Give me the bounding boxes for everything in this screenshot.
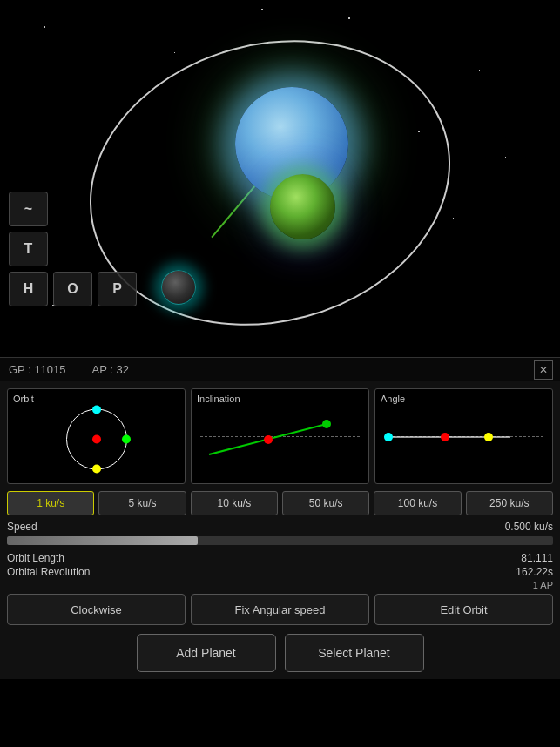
orbit-viz: Orbit <box>7 388 186 484</box>
speed-label-row: Speed 0.500 ku/s <box>7 521 553 533</box>
speed-250-button[interactable]: 250 ku/s <box>466 491 553 515</box>
angle-svg <box>375 389 552 483</box>
space-view: ~ T H O P <box>0 0 560 357</box>
speed-bar-container[interactable] <box>7 536 553 545</box>
angle-viz: Angle <box>374 388 553 484</box>
orbital-revolution-value: 162.22s <box>516 566 553 578</box>
star <box>479 70 480 71</box>
left-panel-buttons: ~ T H O P <box>9 192 137 306</box>
orbit-dot-yellow <box>92 465 101 474</box>
clockwise-button[interactable]: Clockwise <box>7 594 186 625</box>
visualizer-row: Orbit Inclination Angle <box>7 388 553 484</box>
inclination-svg <box>192 389 368 483</box>
star <box>261 9 263 10</box>
status-bar: GP : 11015 AP : 32 ✕ <box>0 357 560 381</box>
planet-player[interactable] <box>161 270 196 305</box>
star <box>174 52 175 53</box>
star <box>348 17 350 19</box>
orbit-length-value: 81.111 <box>521 552 553 564</box>
svg-point-2 <box>264 435 273 444</box>
svg-point-5 <box>441 433 449 441</box>
speed-buttons-row: 1 ku/s 5 ku/s 10 ku/s 50 ku/s 100 ku/s 2… <box>7 491 553 515</box>
gp-display: GP : 11015 <box>9 363 66 376</box>
speed-1-button[interactable]: 1 ku/s <box>7 491 94 515</box>
action-buttons-row: Clockwise Fix Angular speed Edit Orbit <box>7 594 553 625</box>
speed-10-button[interactable]: 10 ku/s <box>191 491 278 515</box>
planet-green[interactable] <box>270 174 335 239</box>
add-planet-button[interactable]: Add Planet <box>137 634 276 672</box>
speed-100-button[interactable]: 100 ku/s <box>374 491 461 515</box>
speed-5-button[interactable]: 5 ku/s <box>98 491 186 515</box>
svg-point-6 <box>484 433 493 441</box>
edit-orbit-button[interactable]: Edit Orbit <box>374 594 553 625</box>
ap-note-row: 1 AP <box>7 580 553 590</box>
star <box>453 218 454 219</box>
select-planet-button[interactable]: Select Planet <box>285 634 424 672</box>
h-button[interactable]: H <box>9 272 48 306</box>
close-button[interactable]: ✕ <box>534 360 553 380</box>
fix-angular-button[interactable]: Fix Angular speed <box>191 594 369 625</box>
speed-label: Speed <box>7 521 37 533</box>
tilde-button[interactable]: ~ <box>9 192 48 226</box>
ap-note: 1 AP <box>533 580 553 590</box>
star <box>505 157 506 158</box>
svg-point-4 <box>384 433 393 441</box>
orbit-viz-label: Orbit <box>13 394 34 404</box>
o-button[interactable]: O <box>53 272 92 306</box>
orbit-dot-green <box>122 435 131 444</box>
orbit-length-row: Orbit Length 81.111 <box>7 552 553 564</box>
ap-display: AP : 32 <box>92 363 129 376</box>
orbital-revolution-label: Orbital Revolution <box>7 566 90 578</box>
orbit-dot-red <box>92 435 101 444</box>
orbit-length-label: Orbit Length <box>7 552 64 564</box>
svg-point-1 <box>322 420 331 428</box>
orbit-dot-cyan <box>92 406 101 414</box>
star <box>505 279 506 279</box>
orbital-revolution-row: Orbital Revolution 162.22s <box>7 566 553 578</box>
speed-50-button[interactable]: 50 ku/s <box>282 491 369 515</box>
bottom-buttons-row: Add Planet Select Planet <box>7 634 553 672</box>
p-button[interactable]: P <box>98 272 137 306</box>
orbit-circle <box>66 409 127 470</box>
bottom-panel: Orbit Inclination Angle <box>0 381 560 679</box>
t-button[interactable]: T <box>9 232 48 266</box>
star <box>44 26 45 28</box>
inclination-viz: Inclination <box>191 388 369 484</box>
speed-bar-fill <box>7 536 198 545</box>
speed-value: 0.500 ku/s <box>505 521 553 533</box>
